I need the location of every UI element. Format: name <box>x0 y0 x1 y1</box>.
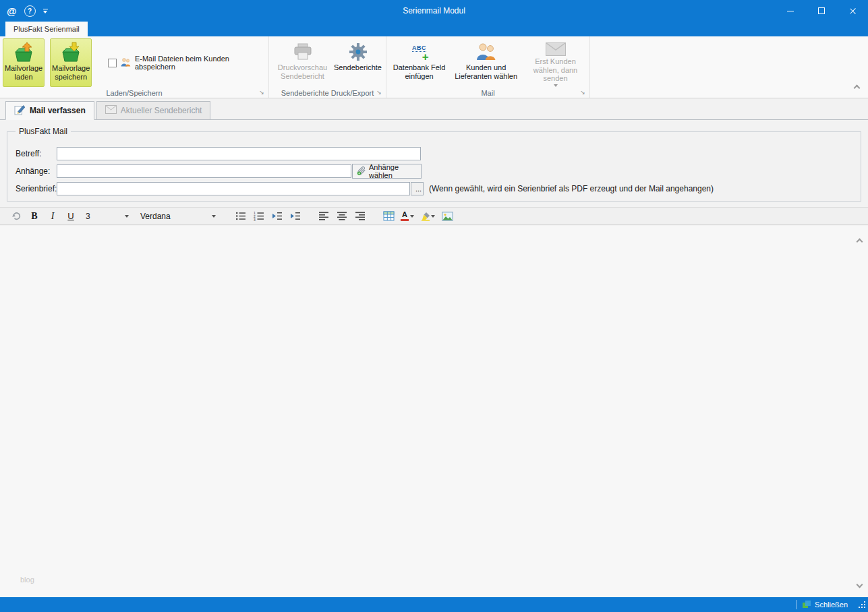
group-label-sendeberichte: Sendeberichte Druck/Export <box>269 89 386 97</box>
align-right-icon[interactable] <box>354 210 366 223</box>
send-mail-icon <box>545 40 567 57</box>
bullet-list-icon[interactable] <box>235 210 247 223</box>
datenbank-feld-einfuegen-button[interactable]: ABC+ Datenbank Feld einfügen <box>389 38 449 87</box>
editor-toolbar: B I U 3 Verdana 123 <box>0 207 868 225</box>
window-title: Serienmail Modul <box>0 6 868 16</box>
ribbon-group-sendeberichte: Druckvorschau Sendebericht <box>269 36 386 98</box>
maximize-button[interactable] <box>806 0 837 22</box>
ribbon-tab-plusfakt-serienmail[interactable]: PlusFakt Serienmail <box>5 22 88 36</box>
checkbox-label: E-Mail Dateien beim Kunden abspeichern <box>135 55 267 71</box>
close-button[interactable] <box>837 0 868 22</box>
insert-table-icon[interactable] <box>382 210 395 223</box>
envelope-icon <box>105 105 117 116</box>
ribbon: Mailvorlage laden Mailvorlage speichern <box>0 36 868 98</box>
druckvorschau-label: Druckvorschau Sendebericht <box>274 63 332 80</box>
paperclip-icon <box>357 166 366 177</box>
serienbrief-hint: (Wenn gewählt, wird ein Serienbrief als … <box>429 184 714 193</box>
editor-watermark: blog <box>20 576 34 584</box>
printer-icon <box>293 40 313 63</box>
mail-body-editor[interactable]: blog <box>0 226 868 597</box>
erst-kunden-senden-button: Erst Kunden wählen, dann senden <box>523 38 588 87</box>
resize-grip[interactable] <box>857 600 867 610</box>
tab-label: Aktueller Sendebericht <box>121 106 202 115</box>
druckvorschau-sendebericht-button: Druckvorschau Sendebericht <box>274 38 332 87</box>
chevron-down-icon <box>410 215 414 218</box>
scroll-down-arrow[interactable] <box>857 580 862 589</box>
ribbon-group-laden-speichern: Mailvorlage laden Mailvorlage speichern <box>0 36 269 98</box>
sendeberichte-button[interactable]: Sendeberichte <box>333 38 383 87</box>
outdent-icon[interactable] <box>271 210 283 223</box>
erst-kunden-senden-label: Erst Kunden wählen, dann senden <box>523 57 588 83</box>
align-center-icon[interactable] <box>336 210 348 223</box>
minimize-button[interactable] <box>775 0 806 22</box>
font-color-button[interactable]: A <box>401 210 414 223</box>
database-field-icon: ABC+ <box>409 40 430 63</box>
help-icon[interactable]: ? <box>24 5 36 17</box>
customize-quick-access-icon[interactable] <box>43 9 48 13</box>
email-dateien-checkbox[interactable]: E-Mail Dateien beim Kunden abspeichern <box>108 55 267 71</box>
font-color-swatch <box>401 219 409 221</box>
dialog-launcher-icon[interactable] <box>258 88 266 96</box>
minimize-icon <box>787 11 794 11</box>
betreff-label: Betreff: <box>16 149 41 158</box>
mailvorlage-speichern-button[interactable]: Mailvorlage speichern <box>50 38 92 87</box>
italic-button[interactable]: I <box>47 210 59 223</box>
maximize-icon <box>818 7 825 14</box>
customers-mini-icon <box>120 57 132 69</box>
anhaenge-label: Anhänge: <box>16 166 50 176</box>
exit-icon <box>803 601 811 609</box>
schliessen-label: Schließen <box>815 601 848 609</box>
dialog-launcher-icon[interactable] <box>579 88 587 96</box>
dialog-launcher-icon[interactable] <box>375 88 383 96</box>
chevron-down-icon <box>431 215 435 218</box>
anhaenge-row: Anhänge: Anhänge wählen <box>7 164 861 179</box>
mailvorlage-laden-button[interactable]: Mailvorlage laden <box>3 38 45 87</box>
font-size-value: 3 <box>86 212 90 221</box>
highlight-button[interactable] <box>420 210 435 223</box>
ribbon-tab-strip: PlusFakt Serienmail <box>0 22 868 36</box>
quick-access-toolbar: @ ? <box>0 5 48 17</box>
chevron-up-icon <box>857 239 863 245</box>
load-template-icon <box>12 41 35 64</box>
save-template-icon <box>59 41 82 64</box>
tab-mail-verfassen[interactable]: Mail verfassen <box>5 101 94 120</box>
gear-icon <box>348 40 368 63</box>
schliessen-button[interactable]: Schließen <box>797 597 854 612</box>
statusbar: Schließen <box>0 597 868 612</box>
indent-icon[interactable] <box>289 210 301 223</box>
compose-icon <box>14 104 26 117</box>
dropdown-arrow-icon <box>554 84 558 87</box>
plusfakt-mail-groupbox: PlusFakt Mail Betreff: Anhänge: <box>7 131 861 202</box>
font-name-value: Verdana <box>140 212 171 221</box>
font-name-combobox[interactable]: Verdana <box>138 210 219 223</box>
serienbrief-input[interactable] <box>57 182 410 195</box>
kunden-lieferanten-label: Kunden und Lieferanten wählen <box>452 63 520 80</box>
bold-button[interactable]: B <box>28 210 40 223</box>
anhaenge-input[interactable] <box>57 164 351 178</box>
ribbon-collapse-button[interactable] <box>855 83 859 92</box>
betreff-row: Betreff: <box>7 147 861 162</box>
serienbrief-browse-button[interactable]: ... <box>411 182 424 195</box>
chevron-up-icon <box>854 85 861 92</box>
serienbrief-label: Serienbrief: <box>16 184 57 193</box>
mailvorlage-speichern-label: Mailvorlage speichern <box>51 64 91 81</box>
tab-aktueller-sendebericht[interactable]: Aktueller Sendebericht <box>96 101 211 120</box>
kunden-lieferanten-button[interactable]: Kunden und Lieferanten wählen <box>452 38 520 87</box>
numbered-list-icon[interactable]: 123 <box>253 210 265 223</box>
anhaenge-waehlen-button[interactable]: Anhänge wählen <box>352 164 422 179</box>
svg-text:3: 3 <box>254 218 256 221</box>
scroll-up-arrow[interactable] <box>857 237 862 246</box>
insert-image-icon[interactable] <box>441 210 453 223</box>
checkbox-box[interactable] <box>108 59 117 67</box>
font-size-combobox[interactable]: 3 <box>83 210 132 223</box>
customers-icon <box>475 40 498 63</box>
betreff-input[interactable] <box>57 147 421 160</box>
app-at-icon: @ <box>7 5 17 17</box>
align-left-icon[interactable] <box>318 210 330 223</box>
tab-label: Mail verfassen <box>30 106 86 115</box>
close-icon <box>849 7 857 15</box>
undo-icon[interactable] <box>10 210 22 223</box>
window-controls <box>775 0 868 22</box>
underline-button[interactable]: U <box>65 210 77 223</box>
chevron-down-icon <box>212 215 216 218</box>
